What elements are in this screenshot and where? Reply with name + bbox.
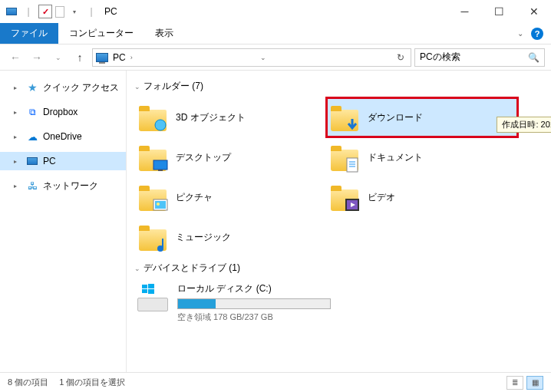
sidebar-item-onedrive[interactable]: ▸ ☁ OneDrive [0, 127, 126, 146]
sidebar-item-dropbox[interactable]: ▸ ⧉ Dropbox [0, 103, 126, 121]
tab-file[interactable]: ファイル [0, 23, 58, 44]
collapse-icon[interactable]: ⌄ [134, 83, 140, 91]
group-header-folders[interactable]: ⌄ フォルダー (7) [134, 80, 543, 93]
drive-usage-bar [177, 298, 331, 309]
pc-icon [96, 53, 108, 62]
network-icon: 🖧 [26, 180, 38, 192]
pc-icon [5, 5, 18, 18]
ribbon: ファイル コンピューター 表示 ⌄ ? [0, 23, 551, 44]
content-area: ⌄ フォルダー (7) 3D オブジェクトダウンロードデスクトップドキュメントピ… [127, 71, 551, 372]
tab-view[interactable]: 表示 [144, 23, 184, 44]
separator-icon: | [84, 5, 98, 18]
folder-label: ピクチャ [176, 191, 213, 204]
folder-icon [329, 142, 360, 173]
folder-icon [329, 102, 360, 133]
separator-icon: | [21, 5, 35, 18]
folder-icon [137, 182, 168, 212]
pc-icon [26, 155, 38, 167]
folder-item-3d[interactable]: 3D オブジェクト [134, 97, 326, 137]
star-icon: ★ [26, 81, 38, 94]
svg-rect-14 [142, 285, 147, 288]
refresh-button[interactable]: ↻ [394, 52, 407, 63]
search-icon[interactable]: 🔍 [528, 52, 539, 63]
group-header-drives[interactable]: ⌄ デバイスとドライブ (1) [134, 262, 543, 275]
sidebar-item-label: Dropbox [43, 107, 78, 117]
sidebar-item-quick-access[interactable]: ▸ ★ クイック アクセス [0, 78, 126, 97]
folder-item-document[interactable]: ドキュメント [326, 137, 518, 177]
folder-icon [329, 182, 360, 212]
address-dropdown-icon[interactable]: ⌄ [260, 54, 266, 61]
group-title: フォルダー (7) [144, 80, 203, 93]
sidebar-item-pc[interactable]: ▸ PC [0, 152, 126, 170]
sidebar-item-label: クイック アクセス [43, 81, 119, 94]
svg-rect-3 [347, 158, 358, 172]
search-input[interactable]: PCの検索 🔍 [414, 48, 545, 67]
tooltip: 作成日時: 2019 [497, 117, 551, 133]
expand-icon[interactable]: ▸ [14, 109, 21, 116]
svg-rect-17 [148, 289, 154, 294]
qat-doc-icon[interactable] [55, 6, 64, 18]
folder-icon [137, 222, 168, 252]
folder-label: ビデオ [368, 191, 395, 204]
tab-computer[interactable]: コンピューター [58, 23, 144, 44]
sidebar-item-label: OneDrive [43, 131, 82, 142]
svg-point-0 [155, 120, 166, 130]
folder-label: 3D オブジェクト [176, 111, 246, 124]
maximize-button[interactable]: ☐ [482, 0, 516, 23]
drive-name: ローカル ディスク (C:) [177, 282, 523, 295]
status-selection: 1 個の項目を選択 [59, 377, 125, 388]
folder-item-video[interactable]: ビデオ [326, 177, 518, 217]
sidebar-item-label: PC [43, 156, 56, 166]
folder-label: ダウンロード [368, 111, 423, 124]
folder-item-music[interactable]: ミュージック [134, 217, 326, 257]
dropbox-icon: ⧉ [26, 106, 38, 118]
status-bar: 8 個の項目 1 個の項目を選択 ≣ ▦ [0, 372, 551, 392]
folder-label: ミュージック [176, 231, 231, 244]
minimize-button[interactable]: ─ [447, 0, 482, 23]
search-placeholder: PCの検索 [420, 51, 460, 64]
folder-icon [137, 142, 168, 173]
folder-icon [137, 102, 168, 133]
onedrive-icon: ☁ [26, 130, 38, 143]
forward-button[interactable]: → [28, 48, 46, 67]
folder-label: ドキュメント [368, 151, 423, 164]
address-bar[interactable]: PC › ⌄ ↻ [92, 48, 411, 67]
folder-item-picture[interactable]: ピクチャ [134, 177, 326, 217]
window-title: PC [104, 6, 117, 17]
status-item-count: 8 個の項目 [8, 377, 48, 388]
view-tiles-button[interactable]: ▦ [526, 376, 543, 390]
drive-icon [137, 282, 170, 311]
svg-rect-16 [142, 289, 147, 293]
expand-icon[interactable]: ▸ [14, 133, 21, 140]
sidebar-item-network[interactable]: ▸ 🖧 ネットワーク [0, 176, 126, 195]
expand-icon[interactable]: ▸ [14, 158, 21, 165]
collapse-icon[interactable]: ⌄ [134, 265, 140, 272]
breadcrumb[interactable]: PC [113, 52, 126, 63]
expand-icon[interactable]: ▸ [14, 84, 21, 91]
qat-properties-checkbox[interactable]: ✓ [38, 5, 52, 18]
svg-point-9 [157, 203, 160, 206]
folder-item-download[interactable]: ダウンロード [326, 97, 518, 137]
breadcrumb-sep-icon[interactable]: › [130, 54, 133, 61]
navigation-pane: ▸ ★ クイック アクセス ▸ ⧉ Dropbox ▸ ☁ OneDrive ▸… [0, 71, 127, 372]
drive-item[interactable]: ローカル ディスク (C:) 空き領域 178 GB/237 GB [134, 279, 526, 326]
recent-dropdown-icon[interactable]: ⌄ [49, 48, 68, 67]
svg-rect-2 [158, 170, 163, 171]
svg-rect-8 [155, 201, 166, 209]
view-details-button[interactable]: ≣ [506, 376, 523, 390]
ribbon-collapse-icon[interactable]: ⌄ [517, 29, 523, 38]
expand-icon[interactable]: ▸ [14, 183, 21, 189]
qat-dropdown-icon[interactable]: ▾ [68, 5, 81, 18]
nav-row: ← → ⌄ ↑ PC › ⌄ ↻ PCの検索 🔍 [0, 44, 551, 71]
up-button[interactable]: ↑ [71, 48, 89, 67]
svg-point-13 [157, 245, 163, 252]
back-button[interactable]: ← [6, 48, 25, 67]
help-icon[interactable]: ? [531, 28, 543, 40]
svg-rect-15 [148, 284, 154, 288]
close-button[interactable]: ✕ [516, 0, 551, 23]
folder-item-desktop[interactable]: デスクトップ [134, 137, 326, 177]
drive-space-text: 空き領域 178 GB/237 GB [177, 311, 523, 323]
title-bar: | ✓ ▾ | PC ─ ☐ ✕ [0, 0, 551, 23]
group-title: デバイスとドライブ (1) [144, 262, 240, 275]
folder-label: デスクトップ [176, 151, 231, 164]
